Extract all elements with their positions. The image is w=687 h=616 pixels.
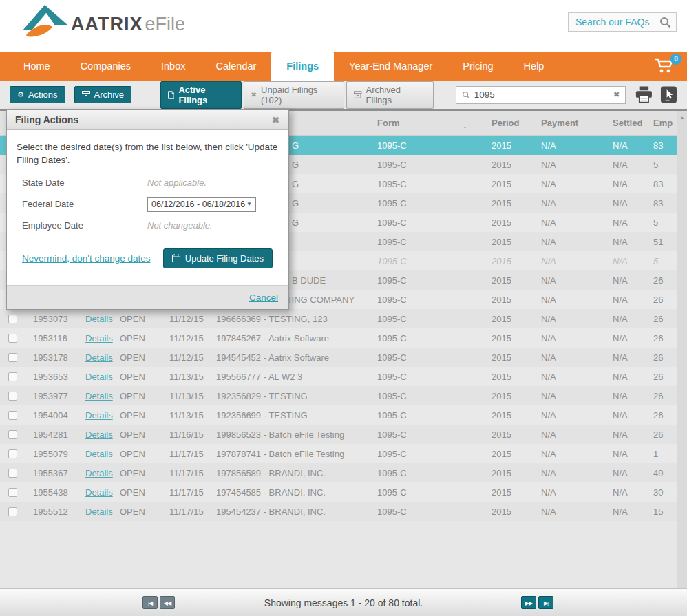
row-payment: N/A (530, 410, 606, 421)
prev-page-button[interactable]: ◀◀ (160, 596, 175, 609)
header-settled-cell[interactable]: Settled (606, 118, 644, 128)
row-details-link[interactable]: Details (85, 449, 113, 459)
tab-unpaid-filings[interactable]: ✖ Unpaid Filings (102) (244, 81, 345, 109)
row-form: 1095-C (373, 198, 475, 209)
row-period: 2015 (475, 160, 530, 170)
table-row[interactable]: 1953073DetailsOPEN11/12/15196666369 - TE… (0, 309, 687, 328)
pointer-guide-icon[interactable] (660, 85, 677, 104)
row-company: 197856589 - BRANDI, INC. (212, 468, 373, 478)
row-checkbox[interactable] (8, 334, 17, 343)
print-icon[interactable] (634, 85, 654, 104)
row-details-link[interactable]: Details (85, 429, 113, 440)
row-details-link[interactable]: Details (85, 391, 113, 401)
header-payment-cell[interactable]: Payment (530, 118, 606, 128)
row-details-link[interactable]: Details (85, 410, 113, 421)
nevermind-link[interactable]: Nevermind, don't change dates (22, 253, 150, 264)
row-checkbox[interactable] (8, 449, 17, 458)
row-date: 11/12/15 (165, 352, 212, 363)
table-row[interactable]: 1955438DetailsOPEN11/17/15197454585 - BR… (0, 482, 687, 502)
row-settled: N/A (606, 372, 644, 382)
table-row[interactable]: 1955367DetailsOPEN11/17/15197856589 - BR… (0, 463, 687, 482)
nav-item-pricing[interactable]: Pricing (447, 52, 508, 81)
row-checkbox[interactable] (8, 411, 17, 420)
row-details-link[interactable]: Details (85, 333, 113, 343)
table-row[interactable]: 1953116DetailsOPEN11/12/15197845267 - Aa… (0, 328, 687, 348)
row-settled: N/A (606, 352, 644, 363)
x-icon: ✖ (251, 91, 257, 98)
actions-button[interactable]: ⚙ Actions (10, 86, 65, 103)
search-icon[interactable] (659, 17, 671, 28)
federal-date-label: Federal Date (22, 199, 147, 209)
nav-item-calendar[interactable]: Calendar (201, 52, 272, 81)
table-row[interactable]: 1953178DetailsOPEN11/12/15194545452 - Aa… (0, 348, 687, 367)
row-checkbox[interactable] (8, 488, 17, 497)
row-details-cell: Details (81, 352, 116, 363)
table-row[interactable]: 1955512DetailsOPEN11/17/15195454237 - BR… (0, 502, 687, 521)
scroll-up-icon[interactable]: ▲ (677, 111, 687, 120)
row-settled: N/A (606, 237, 644, 247)
close-icon[interactable]: ✖ (272, 115, 279, 125)
row-emp: 1 (644, 449, 677, 459)
row-checkbox[interactable] (8, 372, 17, 381)
row-checkbox[interactable] (8, 392, 17, 401)
row-details-link[interactable]: Details (85, 352, 113, 363)
row-company: 195566777 - AL W2 3 (212, 372, 373, 382)
table-row[interactable]: 1955079DetailsOPEN11/17/15197878741 - Ba… (0, 444, 687, 463)
nav-item-companies[interactable]: Companies (65, 52, 146, 81)
faq-search-input[interactable] (575, 17, 659, 28)
row-details-link[interactable]: Details (85, 507, 113, 517)
row-checkbox[interactable] (8, 353, 17, 362)
row-checkbox[interactable] (8, 430, 17, 439)
row-company: 196666369 - TESTING, 123 (212, 314, 373, 324)
archive-button[interactable]: Archive (74, 86, 131, 103)
modal-body: Select the desired date(s) from the list… (7, 130, 288, 285)
row-emp: 26 (644, 295, 677, 305)
row-checkbox[interactable] (8, 469, 17, 478)
header-form-cell[interactable]: Form▲ (373, 118, 475, 128)
vertical-scrollbar[interactable]: ▲ (677, 111, 687, 588)
row-checkbox[interactable] (8, 507, 17, 516)
first-page-button[interactable]: |◀ (142, 596, 158, 609)
table-row[interactable]: 1954004DetailsOPEN11/13/15192356699 - TE… (0, 405, 687, 425)
cancel-link[interactable]: Cancel (249, 293, 278, 303)
row-status: OPEN (116, 468, 165, 478)
row-payment: N/A (530, 333, 606, 343)
update-filing-dates-button[interactable]: Update Filing Dates (163, 248, 273, 268)
last-page-button[interactable]: ▶| (538, 596, 553, 609)
row-id: 1955438 (25, 487, 81, 498)
nav-item-year-end-manager[interactable]: Year-End Manager (334, 52, 447, 81)
row-period: 2015 (475, 140, 530, 151)
row-form: 1095-C (373, 217, 475, 228)
nav-item-home[interactable]: Home (8, 52, 65, 81)
nav-item-filings[interactable]: Filings (271, 52, 334, 81)
nav-item-inbox[interactable]: Inbox (146, 52, 200, 81)
table-row[interactable]: 1954281DetailsOPEN11/16/15199856523 - Ba… (0, 425, 687, 444)
clear-search-icon[interactable]: ✖ (613, 90, 620, 99)
tab-archived-filings[interactable]: Archived Filings (346, 81, 434, 109)
row-details-link[interactable]: Details (85, 372, 113, 382)
row-details-link[interactable]: Details (85, 487, 113, 498)
nav-item-help[interactable]: Help (509, 52, 560, 81)
row-date: 11/17/15 (165, 487, 212, 498)
row-id: 1955079 (25, 449, 81, 459)
header-emp-cell[interactable]: Emp (644, 118, 677, 128)
header-period-cell[interactable]: Period (475, 118, 530, 128)
cart-button[interactable]: 0 (654, 56, 679, 77)
next-page-button[interactable]: ▶▶ (521, 596, 536, 609)
row-form: 1095-C (373, 140, 475, 151)
row-period: 2015 (475, 295, 530, 305)
row-company: 192356699 - TESTING (212, 410, 373, 421)
row-checkbox[interactable] (8, 315, 17, 323)
row-details-link[interactable]: Details (85, 468, 113, 478)
table-row[interactable]: 1953653DetailsOPEN11/13/15195566777 - AL… (0, 367, 687, 386)
row-date: 11/12/15 (165, 314, 212, 324)
federal-date-select[interactable]: 06/12/2016 - 06/18/2016 ▼ (147, 197, 256, 212)
row-id: 1953073 (25, 314, 81, 324)
tab-active-filings[interactable]: Active Filings (160, 81, 242, 109)
table-row[interactable]: 1953977DetailsOPEN11/13/15192356829 - TE… (0, 386, 687, 405)
row-period: 2015 (475, 449, 530, 459)
filings-search-input[interactable] (474, 89, 613, 100)
row-period: 2015 (475, 314, 530, 324)
row-details-link[interactable]: Details (85, 314, 113, 324)
row-settled: N/A (606, 275, 644, 286)
